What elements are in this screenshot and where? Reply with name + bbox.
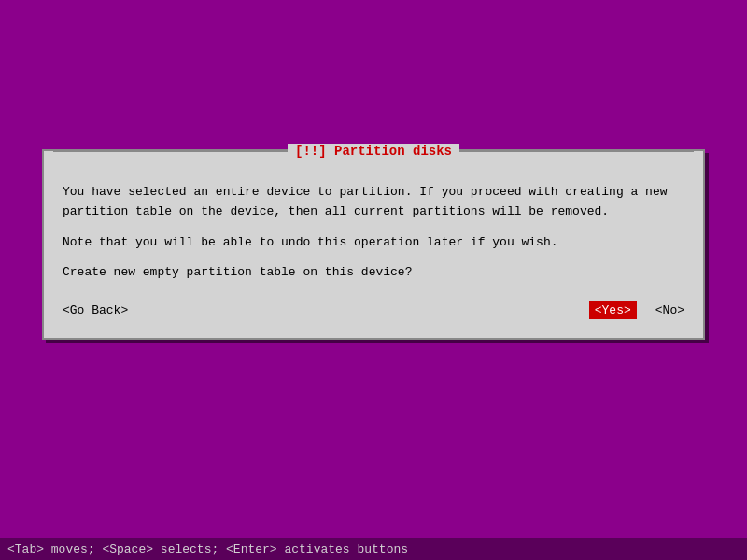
title-line-right bbox=[459, 151, 694, 152]
dialog-content: You have selected an entire device to pa… bbox=[44, 161, 703, 338]
dialog-container: [!!] Partition disks You have selected a… bbox=[42, 149, 705, 340]
title-line-left bbox=[53, 151, 288, 152]
title-bar: [!!] Partition disks bbox=[44, 142, 703, 161]
dialog-buttons: <Go Back> <Yes> <No> bbox=[63, 301, 684, 319]
status-text: <Tab> moves; <Space> selects; <Enter> ac… bbox=[7, 542, 408, 556]
body-paragraph-1: You have selected an entire device to pa… bbox=[63, 183, 684, 222]
yes-button[interactable]: <Yes> bbox=[589, 301, 637, 319]
body-paragraph-3: Create new empty partition table on this… bbox=[63, 263, 684, 283]
body-paragraph-2: Note that you will be able to undo this … bbox=[63, 233, 684, 253]
right-buttons: <Yes> <No> bbox=[589, 301, 684, 319]
status-bar: <Tab> moves; <Space> selects; <Enter> ac… bbox=[0, 538, 747, 560]
go-back-button[interactable]: <Go Back> bbox=[63, 303, 128, 317]
dialog-title: [!!] Partition disks bbox=[288, 144, 459, 159]
no-button[interactable]: <No> bbox=[655, 303, 684, 317]
dialog-body: You have selected an entire device to pa… bbox=[63, 183, 684, 283]
